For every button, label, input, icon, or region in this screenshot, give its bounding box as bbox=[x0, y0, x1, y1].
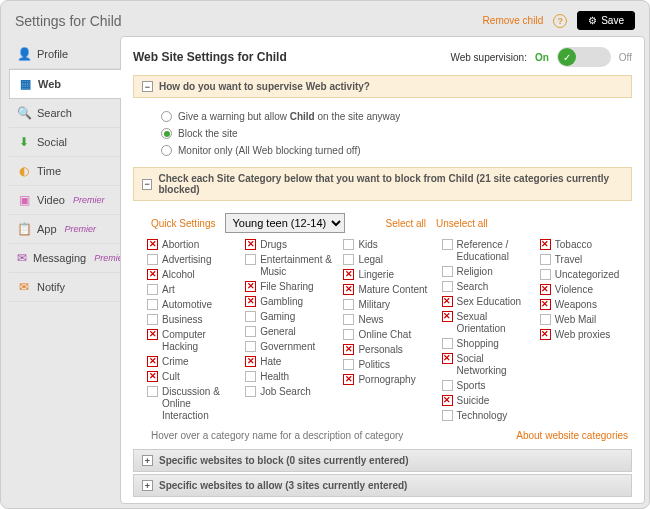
supervise-band: − How do you want to supervise Web activ… bbox=[133, 75, 632, 98]
category-item[interactable]: Entertainment & Music bbox=[245, 254, 337, 278]
sidebar-item-messaging[interactable]: ✉MessagingPremier bbox=[9, 244, 120, 273]
allow-sites-band[interactable]: + Specific websites to allow (3 sites cu… bbox=[133, 474, 632, 497]
category-item[interactable]: Discussion & Online Interaction bbox=[147, 386, 239, 422]
about-categories-link[interactable]: About website categories bbox=[516, 430, 628, 441]
unselect-all-link[interactable]: Unselect all bbox=[436, 218, 488, 229]
save-button[interactable]: Save bbox=[577, 11, 635, 30]
category-item[interactable]: Sexual Orientation bbox=[442, 311, 534, 335]
checkbox-icon bbox=[147, 239, 158, 250]
category-item[interactable]: General bbox=[245, 326, 337, 338]
checkbox-icon bbox=[245, 311, 256, 322]
category-item[interactable]: Alcohol bbox=[147, 269, 239, 281]
checkbox-icon bbox=[442, 353, 453, 364]
category-item[interactable]: Tobacco bbox=[540, 239, 632, 251]
expand-icon[interactable]: + bbox=[142, 455, 153, 466]
checkbox-icon bbox=[442, 380, 453, 391]
checkbox-icon bbox=[147, 356, 158, 367]
category-item[interactable]: Web Mail bbox=[540, 314, 632, 326]
category-item[interactable]: Lingerie bbox=[343, 269, 435, 281]
radio-option[interactable]: Monitor only (All Web blocking turned of… bbox=[161, 142, 632, 159]
category-item[interactable]: Crime bbox=[147, 356, 239, 368]
category-item[interactable]: Automotive bbox=[147, 299, 239, 311]
sidebar-item-web[interactable]: ▦Web bbox=[9, 69, 121, 99]
category-label: Reference / Educational bbox=[457, 239, 534, 263]
category-item[interactable]: Search bbox=[442, 281, 534, 293]
category-label: Tobacco bbox=[555, 239, 592, 251]
category-item[interactable]: Job Search bbox=[245, 386, 337, 398]
checkbox-icon bbox=[245, 281, 256, 292]
sidebar-item-video[interactable]: ▣VideoPremier bbox=[9, 186, 120, 215]
category-item[interactable]: Online Chat bbox=[343, 329, 435, 341]
radio-option[interactable]: Block the site bbox=[161, 125, 632, 142]
remove-child-link[interactable]: Remove child bbox=[483, 15, 544, 26]
category-item[interactable]: News bbox=[343, 314, 435, 326]
sidebar-item-profile[interactable]: 👤Profile bbox=[9, 40, 120, 69]
category-item[interactable]: Cult bbox=[147, 371, 239, 383]
sidebar-item-label: Web bbox=[38, 78, 61, 90]
collapse-icon[interactable]: − bbox=[142, 81, 153, 92]
sidebar-item-search[interactable]: 🔍Search bbox=[9, 99, 120, 128]
category-item[interactable]: Personals bbox=[343, 344, 435, 356]
category-label: Uncategorized bbox=[555, 269, 619, 281]
checkbox-icon bbox=[442, 239, 453, 250]
category-item[interactable]: Abortion bbox=[147, 239, 239, 251]
select-all-link[interactable]: Select all bbox=[385, 218, 426, 229]
category-item[interactable]: Government bbox=[245, 341, 337, 353]
category-label: Social Networking bbox=[457, 353, 534, 377]
category-item[interactable]: Advertising bbox=[147, 254, 239, 266]
category-item[interactable]: Legal bbox=[343, 254, 435, 266]
page-title: Settings for Child bbox=[15, 13, 122, 29]
category-item[interactable]: Weapons bbox=[540, 299, 632, 311]
category-item[interactable]: Hate bbox=[245, 356, 337, 368]
supervision-toggle[interactable]: ✓ bbox=[557, 47, 611, 67]
category-label: Suicide bbox=[457, 395, 490, 407]
sidebar-item-social[interactable]: ⬇Social bbox=[9, 128, 120, 157]
category-item[interactable]: Politics bbox=[343, 359, 435, 371]
category-label: Legal bbox=[358, 254, 382, 266]
radio-option[interactable]: Give a warning but allow Child on the si… bbox=[161, 108, 632, 125]
category-item[interactable]: Suicide bbox=[442, 395, 534, 407]
help-icon[interactable]: ? bbox=[553, 14, 567, 28]
category-item[interactable]: Drugs bbox=[245, 239, 337, 251]
checkbox-icon bbox=[245, 296, 256, 307]
category-label: Gambling bbox=[260, 296, 303, 308]
category-item[interactable]: Sports bbox=[442, 380, 534, 392]
category-item[interactable]: Kids bbox=[343, 239, 435, 251]
category-item[interactable]: Social Networking bbox=[442, 353, 534, 377]
category-item[interactable]: Travel bbox=[540, 254, 632, 266]
category-label: Weapons bbox=[555, 299, 597, 311]
sidebar-item-notify[interactable]: ✉Notify bbox=[9, 273, 120, 302]
category-item[interactable]: Gambling bbox=[245, 296, 337, 308]
sidebar-item-app[interactable]: 📋AppPremier bbox=[9, 215, 120, 244]
category-item[interactable]: Pornography bbox=[343, 374, 435, 386]
category-item[interactable]: Business bbox=[147, 314, 239, 326]
category-item[interactable]: File Sharing bbox=[245, 281, 337, 293]
category-item[interactable]: Gaming bbox=[245, 311, 337, 323]
category-item[interactable]: Health bbox=[245, 371, 337, 383]
category-item[interactable]: Technology bbox=[442, 410, 534, 422]
category-item[interactable]: Art bbox=[147, 284, 239, 296]
category-item[interactable]: Mature Content bbox=[343, 284, 435, 296]
category-item[interactable]: Military bbox=[343, 299, 435, 311]
category-item[interactable]: Reference / Educational bbox=[442, 239, 534, 263]
category-item[interactable]: Uncategorized bbox=[540, 269, 632, 281]
sidebar: 👤Profile▦Web🔍Search⬇Social◐Time▣VideoPre… bbox=[5, 36, 120, 504]
collapse-icon[interactable]: − bbox=[142, 179, 152, 190]
radio-icon bbox=[161, 111, 172, 122]
premier-badge: Premier bbox=[73, 195, 105, 205]
category-item[interactable]: Shopping bbox=[442, 338, 534, 350]
expand-icon[interactable]: + bbox=[142, 480, 153, 491]
category-item[interactable]: Sex Education bbox=[442, 296, 534, 308]
checkbox-icon bbox=[147, 269, 158, 280]
category-item[interactable]: Computer Hacking bbox=[147, 329, 239, 353]
category-item[interactable]: Religion bbox=[442, 266, 534, 278]
quick-settings-select[interactable]: Young teen (12-14) bbox=[225, 213, 345, 233]
category-label: Online Chat bbox=[358, 329, 411, 341]
block-sites-band[interactable]: + Specific websites to block (0 sites cu… bbox=[133, 449, 632, 472]
on-label: On bbox=[535, 52, 549, 63]
category-item[interactable]: Web proxies bbox=[540, 329, 632, 341]
checkbox-icon bbox=[147, 284, 158, 295]
save-button-footer[interactable]: Save bbox=[572, 503, 630, 504]
sidebar-item-time[interactable]: ◐Time bbox=[9, 157, 120, 186]
category-item[interactable]: Violence bbox=[540, 284, 632, 296]
